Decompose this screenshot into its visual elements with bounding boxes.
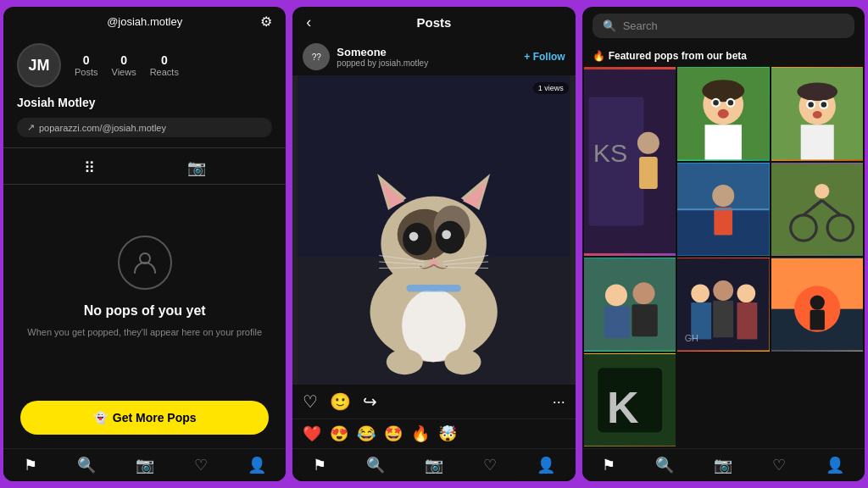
- svg-point-30: [637, 132, 659, 154]
- share-action-icon[interactable]: ↪: [363, 391, 377, 412]
- svg-text:KS: KS: [593, 139, 628, 167]
- search-input[interactable]: Search: [623, 19, 658, 32]
- nav-camera-icon-right[interactable]: 📷: [714, 456, 732, 474]
- more-options-icon[interactable]: ···: [553, 393, 565, 411]
- svg-rect-65: [604, 306, 630, 338]
- cat-image: [292, 75, 575, 385]
- poster-avatar: ??: [303, 43, 330, 70]
- link-icon: ↗: [27, 122, 35, 133]
- grid-item-8[interactable]: [771, 258, 863, 352]
- svg-point-44: [797, 82, 837, 101]
- svg-point-38: [713, 100, 719, 106]
- left-panel: @josiah.motley ⚙ JM 0 Posts 0 Views 0 Re…: [3, 7, 286, 481]
- svg-rect-53: [714, 208, 732, 236]
- emoji-laugh[interactable]: 😂: [357, 424, 376, 443]
- svg-point-24: [387, 349, 423, 374]
- emoji-face-hearts[interactable]: 😍: [330, 424, 348, 443]
- username-label: @josiah.motley: [107, 15, 182, 28]
- svg-rect-43: [800, 125, 833, 159]
- search-bar[interactable]: 🔍 Search: [593, 14, 854, 38]
- snapchat-ghost-icon: 👻: [93, 411, 108, 424]
- display-name: Josiah Motley: [3, 92, 286, 114]
- nav-camera-icon-mid[interactable]: 📷: [425, 456, 443, 474]
- grid-item-9[interactable]: K: [584, 353, 676, 447]
- svg-point-47: [808, 102, 814, 108]
- svg-point-68: [691, 284, 709, 302]
- emoji-action-icon[interactable]: 🙂: [330, 391, 351, 412]
- grid-item-4[interactable]: [677, 163, 769, 257]
- poster-name: Someone: [337, 46, 517, 58]
- nav-flag-icon-right[interactable]: ⚑: [602, 456, 615, 474]
- action-bar: ♡ 🙂 ↪ ···: [292, 385, 575, 419]
- svg-point-63: [605, 284, 627, 306]
- svg-point-61: [815, 183, 829, 197]
- profile-section: JM 0 Posts 0 Views 0 Reacts: [3, 36, 286, 92]
- empty-title: No pops of you yet: [84, 303, 206, 319]
- settings-icon[interactable]: ⚙: [260, 14, 272, 30]
- svg-rect-72: [713, 301, 733, 337]
- nav-flag-icon-mid[interactable]: ⚑: [313, 456, 326, 474]
- post-image: 1 views: [292, 75, 575, 385]
- svg-point-40: [718, 109, 729, 119]
- mid-panel: ‹ Posts ?? Someone popped by josiah.motl…: [292, 7, 575, 481]
- nav-search-icon[interactable]: 🔍: [77, 456, 96, 474]
- stat-posts: 0 Posts: [75, 53, 98, 77]
- heart-action-icon[interactable]: ♡: [303, 391, 318, 412]
- svg-point-70: [737, 284, 756, 302]
- stat-reacts: 0 Reacts: [150, 53, 179, 77]
- get-more-pops-button[interactable]: 👻 Get More Pops: [20, 401, 269, 435]
- follow-button[interactable]: + Follow: [524, 51, 565, 63]
- nav-search-icon-right[interactable]: 🔍: [655, 456, 674, 474]
- grid-item-7[interactable]: GH: [677, 258, 769, 352]
- avatar: JM: [17, 43, 61, 87]
- grid-item-2[interactable]: [677, 67, 769, 161]
- camera-view-icon[interactable]: 📷: [187, 158, 206, 177]
- emoji-fire[interactable]: 🔥: [411, 424, 430, 443]
- fire-icon: 🔥: [593, 50, 605, 62]
- emoji-star-eyes[interactable]: 🤩: [384, 424, 403, 443]
- bottom-nav-mid: ⚑ 🔍 📷 ♡ 👤: [292, 448, 575, 481]
- svg-point-48: [821, 102, 826, 108]
- svg-point-49: [812, 111, 821, 119]
- profile-link-bar[interactable]: ↗ poparazzi.com/@josiah.motley: [17, 118, 272, 137]
- poster-subtitle: popped by josiah.motley: [337, 58, 517, 68]
- back-button[interactable]: ‹: [306, 14, 311, 31]
- svg-rect-73: [737, 302, 758, 339]
- svg-point-15: [409, 232, 419, 241]
- profile-link-text: poparazzi.com/@josiah.motley: [39, 123, 166, 133]
- grid-item-3[interactable]: [771, 67, 863, 161]
- nav-flag-icon[interactable]: ⚑: [24, 456, 37, 474]
- svg-text:K: K: [607, 383, 639, 432]
- empty-subtitle: When you get popped, they'll appear here…: [27, 325, 262, 340]
- photo-grid: KS: [582, 67, 865, 448]
- svg-point-16: [442, 230, 452, 240]
- view-toggle: ⠿ 📷: [3, 152, 286, 185]
- empty-person-icon: [118, 236, 172, 290]
- nav-search-icon-mid[interactable]: 🔍: [366, 456, 385, 474]
- nav-heart-icon[interactable]: ♡: [194, 456, 208, 474]
- grid-view-icon[interactable]: ⠿: [84, 158, 95, 177]
- nav-person-icon-mid[interactable]: 👤: [537, 456, 555, 474]
- emoji-reaction-bar: ❤️ 😍 😂 🤩 🔥 🤯: [292, 419, 575, 448]
- svg-point-35: [702, 80, 744, 102]
- svg-rect-79: [810, 310, 824, 330]
- top-bar-mid: ‹ Posts: [292, 7, 575, 38]
- svg-point-25: [445, 349, 481, 374]
- grid-item-5[interactable]: [771, 163, 863, 257]
- svg-rect-34: [705, 125, 742, 159]
- nav-heart-icon-right[interactable]: ♡: [772, 456, 786, 474]
- search-icon: 🔍: [603, 19, 616, 32]
- nav-person-icon-right[interactable]: 👤: [826, 456, 844, 474]
- nav-person-icon[interactable]: 👤: [248, 456, 266, 474]
- emoji-explode[interactable]: 🤯: [438, 424, 457, 443]
- svg-text:GH: GH: [685, 333, 698, 343]
- stats-row: 0 Posts 0 Views 0 Reacts: [75, 53, 179, 77]
- bottom-nav-left: ⚑ 🔍 📷 ♡ 👤: [3, 448, 286, 481]
- nav-camera-icon[interactable]: 📷: [136, 456, 154, 474]
- bottom-nav-right: ⚑ 🔍 📷 ♡ 👤: [582, 448, 865, 481]
- nav-heart-icon-mid[interactable]: ♡: [483, 456, 497, 474]
- grid-item-1[interactable]: KS: [584, 67, 676, 256]
- svg-rect-66: [632, 304, 657, 336]
- emoji-heart[interactable]: ❤️: [303, 424, 321, 443]
- grid-item-6[interactable]: [584, 258, 676, 352]
